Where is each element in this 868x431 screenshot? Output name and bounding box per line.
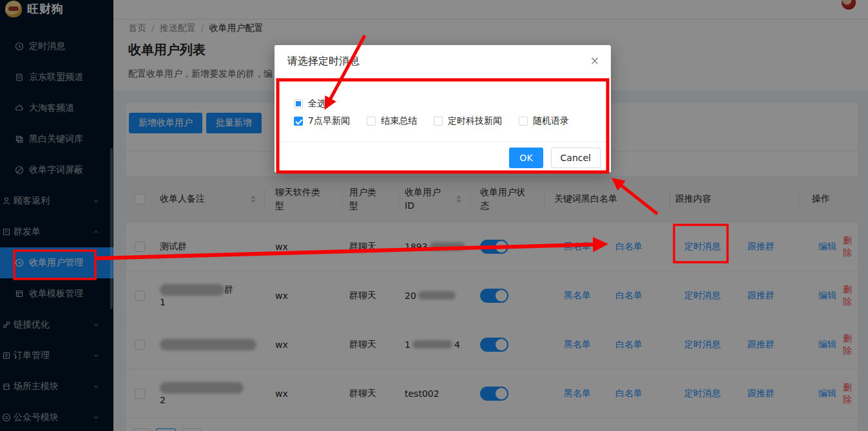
cancel-button[interactable]: Cancel xyxy=(551,148,601,168)
timed-message-dialog: 请选择定时消息 × 全选 7点早新闻 结束总结 定时科技新闻 xyxy=(275,45,611,173)
option-tech-news[interactable]: 定时科技新闻 xyxy=(434,115,502,127)
option-random-quotes[interactable]: 随机语录 xyxy=(519,115,569,127)
option-morning-news[interactable]: 7点早新闻 xyxy=(294,115,350,127)
dialog-body: 全选 7点早新闻 结束总结 定时科技新闻 随机语录 xyxy=(275,79,611,142)
dialog-header: 请选择定时消息 × xyxy=(275,45,611,79)
ok-button[interactable]: OK xyxy=(509,148,543,168)
dialog-title: 请选择定时消息 xyxy=(287,55,360,68)
close-icon[interactable]: × xyxy=(590,55,599,66)
checkbox-unchecked[interactable] xyxy=(434,117,443,126)
checkbox-unchecked[interactable] xyxy=(519,117,528,126)
app-window: 旺财狗 定时消息 京东联盟频道 大淘客频道 黑白关键词库 收单字词屏蔽 xyxy=(0,0,868,431)
option-end-summary[interactable]: 结束总结 xyxy=(367,115,417,127)
checkbox-checked[interactable] xyxy=(294,117,303,126)
checkbox-unchecked[interactable] xyxy=(367,117,376,126)
dialog-footer: OK Cancel xyxy=(275,142,611,173)
select-all-checkbox-indeterminate[interactable] xyxy=(294,99,303,108)
select-all-label: 全选 xyxy=(308,98,326,110)
